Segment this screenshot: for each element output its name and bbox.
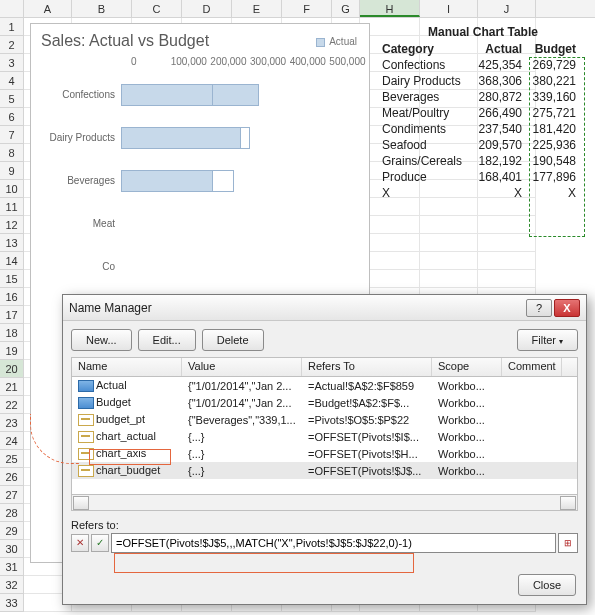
help-button[interactable]: ? — [526, 299, 552, 317]
manual-chart-table: Manual Chart Table Category Actual Budge… — [378, 23, 588, 201]
list-header[interactable]: NameValueRefers ToScopeComment — [71, 357, 578, 377]
dialog-toolbar: New... Edit... Delete Filter▾ — [71, 329, 578, 351]
delete-button[interactable]: Delete — [202, 329, 264, 351]
refers-to-input[interactable] — [111, 533, 556, 553]
edit-button[interactable]: Edit... — [138, 329, 196, 351]
dialog-title: Name Manager — [69, 301, 152, 315]
hdr-category: Category — [378, 41, 470, 57]
col-headers[interactable]: ABCDEFGHIJ — [0, 0, 595, 18]
dialog-titlebar[interactable]: Name Manager ? X — [63, 295, 586, 321]
list-item[interactable]: chart_actual{...}=OFFSET(Pivots!$I$...Wo… — [72, 428, 577, 445]
name-manager-dialog: Name Manager ? X New... Edit... Delete F… — [62, 294, 587, 605]
chart-bars: ConfectionsDairy ProductsBeveragesMeatCo… — [31, 73, 369, 331]
highlight-refers-input — [114, 553, 414, 573]
h-scrollbar[interactable] — [71, 495, 578, 511]
range-picker-icon[interactable]: ⊞ — [558, 533, 578, 553]
accept-edit-icon[interactable]: ✓ — [91, 534, 109, 552]
names-list[interactable]: Actual{"1/01/2014","Jan 2...=Actual!$A$2… — [71, 377, 578, 495]
chart-legend: Actual — [316, 36, 357, 47]
hdr-actual: Actual — [470, 41, 526, 57]
highlight-chart-budget — [89, 449, 171, 465]
hdr-budget: Budget — [526, 41, 580, 57]
legend-label: Actual — [329, 36, 357, 47]
list-item[interactable]: Actual{"1/01/2014","Jan 2...=Actual!$A$2… — [72, 377, 577, 394]
list-item[interactable]: Budget{"1/01/2014","Jan 2...=Budget!$A$2… — [72, 394, 577, 411]
filter-button[interactable]: Filter▾ — [517, 329, 578, 351]
new-button[interactable]: New... — [71, 329, 132, 351]
manual-body: Confections425,354269,729Dairy Products3… — [378, 57, 588, 201]
cancel-edit-icon[interactable]: ✕ — [71, 534, 89, 552]
close-x-button[interactable]: X — [554, 299, 580, 317]
legend-swatch-icon — [316, 38, 325, 47]
close-button[interactable]: Close — [518, 574, 576, 596]
row-headers[interactable]: 1234567891011121314151617181920212223242… — [0, 18, 24, 612]
chart-axis: 0100,000200,000300,000400,000500,000 — [131, 56, 369, 67]
list-item[interactable]: budget_pt{"Beverages","339,1...=Pivots!$… — [72, 411, 577, 428]
manual-headers: Category Actual Budget — [378, 41, 588, 57]
chevron-down-icon: ▾ — [559, 337, 563, 346]
manual-title: Manual Chart Table — [378, 23, 588, 41]
refers-to-label: Refers to: — [71, 519, 578, 531]
